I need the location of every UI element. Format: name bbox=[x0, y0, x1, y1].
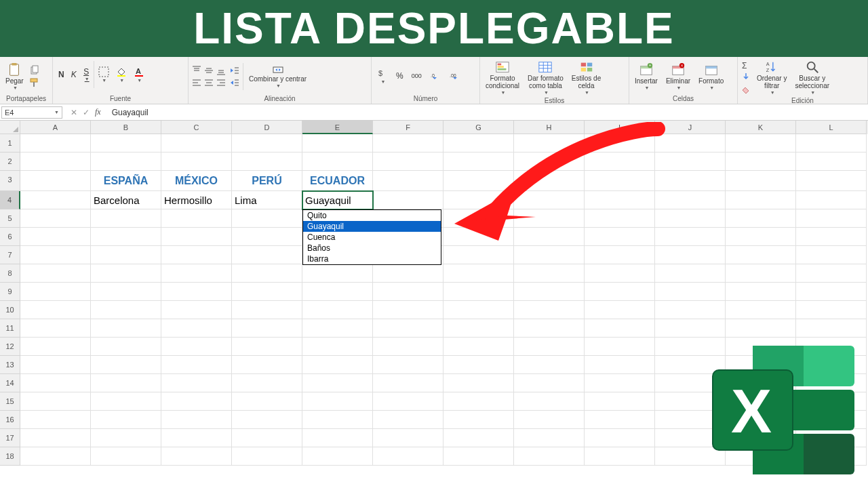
cell-I5[interactable] bbox=[585, 209, 655, 228]
row-header-15[interactable]: 15 bbox=[0, 392, 20, 411]
cell-H5[interactable] bbox=[514, 209, 585, 228]
cell-E14[interactable] bbox=[302, 374, 373, 392]
cell-G12[interactable] bbox=[443, 338, 514, 356]
column-header-I[interactable]: I bbox=[585, 121, 655, 134]
cell-J3[interactable] bbox=[655, 171, 726, 191]
cell-H12[interactable] bbox=[514, 338, 585, 356]
cell-F9[interactable] bbox=[373, 283, 443, 301]
dropdown-option[interactable]: Quito bbox=[303, 210, 441, 221]
cell-L13[interactable] bbox=[796, 356, 867, 374]
cell-B10[interactable] bbox=[91, 301, 161, 319]
dropdown-option[interactable]: Cuenca bbox=[303, 232, 441, 243]
sort-filter-button[interactable]: AZ Ordenar y filtrar▼ bbox=[754, 58, 789, 96]
cell-K5[interactable] bbox=[726, 209, 796, 228]
cell-G15[interactable] bbox=[443, 392, 514, 411]
name-box[interactable]: E4 ▼ bbox=[1, 106, 62, 119]
cell-J13[interactable] bbox=[655, 356, 726, 374]
row-header-10[interactable]: 10 bbox=[0, 301, 20, 319]
cell-D7[interactable] bbox=[232, 246, 302, 264]
cell-G13[interactable] bbox=[443, 356, 514, 374]
cell-L4[interactable] bbox=[796, 191, 867, 209]
cell-K7[interactable] bbox=[726, 246, 796, 264]
cell-J2[interactable] bbox=[655, 152, 726, 171]
cell-A4[interactable] bbox=[20, 191, 91, 209]
cell-D18[interactable] bbox=[232, 447, 302, 466]
cell-F18[interactable] bbox=[373, 447, 443, 466]
cell-A12[interactable] bbox=[20, 338, 91, 356]
cell-I11[interactable] bbox=[585, 319, 655, 338]
cell-I16[interactable] bbox=[585, 411, 655, 429]
row-header-18[interactable]: 18 bbox=[0, 447, 20, 466]
fx-icon[interactable]: fx bbox=[95, 107, 101, 117]
cell-D3[interactable]: PERÚ bbox=[232, 171, 302, 191]
cell-L10[interactable] bbox=[796, 301, 867, 319]
select-all-button[interactable] bbox=[0, 121, 20, 134]
cell-K3[interactable] bbox=[726, 171, 796, 191]
cell-E3[interactable]: ECUADOR bbox=[302, 171, 373, 191]
align-middle-icon[interactable] bbox=[203, 65, 214, 76]
cell-F10[interactable] bbox=[373, 301, 443, 319]
insert-button[interactable]: + Insertar▼ bbox=[632, 61, 660, 92]
format-button[interactable]: Formato▼ bbox=[696, 61, 726, 92]
cell-H15[interactable] bbox=[514, 392, 585, 411]
cell-D14[interactable] bbox=[232, 374, 302, 392]
cell-L14[interactable] bbox=[796, 374, 867, 392]
cell-L12[interactable] bbox=[796, 338, 867, 356]
cell-G8[interactable] bbox=[443, 264, 514, 283]
cell-B18[interactable] bbox=[91, 447, 161, 466]
cell-B13[interactable] bbox=[91, 356, 161, 374]
cell-K17[interactable] bbox=[726, 429, 796, 447]
cell-B4[interactable]: Barcelona bbox=[91, 191, 161, 209]
find-select-button[interactable]: Buscar y seleccionar▼ bbox=[792, 58, 832, 96]
cell-I4[interactable] bbox=[585, 191, 655, 209]
column-header-B[interactable]: B bbox=[91, 121, 161, 134]
bold-button[interactable]: N bbox=[56, 61, 67, 88]
cell-L15[interactable] bbox=[796, 392, 867, 411]
cell-L7[interactable] bbox=[796, 246, 867, 264]
cell-A15[interactable] bbox=[20, 392, 91, 411]
cell-G3[interactable] bbox=[443, 171, 514, 191]
cell-D8[interactable] bbox=[232, 264, 302, 283]
cell-E10[interactable] bbox=[302, 301, 373, 319]
cell-B6[interactable] bbox=[91, 228, 161, 246]
row-header-3[interactable]: 3 bbox=[0, 171, 20, 191]
cell-L5[interactable] bbox=[796, 209, 867, 228]
dropdown-list[interactable]: QuitoGuayaquilCuencaBañosIbarra bbox=[302, 209, 441, 265]
cell-D2[interactable] bbox=[232, 152, 302, 171]
align-left-icon[interactable] bbox=[191, 77, 202, 88]
cell-F15[interactable] bbox=[373, 392, 443, 411]
formula-input[interactable]: Guayaquil bbox=[108, 106, 868, 119]
cell-C17[interactable] bbox=[161, 429, 232, 447]
column-header-F[interactable]: F bbox=[373, 121, 443, 134]
cell-L8[interactable] bbox=[796, 264, 867, 283]
decrease-indent-icon[interactable] bbox=[229, 65, 240, 76]
cell-B14[interactable] bbox=[91, 374, 161, 392]
row-header-7[interactable]: 7 bbox=[0, 246, 20, 264]
cell-A9[interactable] bbox=[20, 283, 91, 301]
cell-E15[interactable] bbox=[302, 392, 373, 411]
format-as-table-button[interactable]: Dar formato como tabla▼ bbox=[525, 58, 566, 96]
cell-A13[interactable] bbox=[20, 356, 91, 374]
cell-B9[interactable] bbox=[91, 283, 161, 301]
cell-C8[interactable] bbox=[161, 264, 232, 283]
cell-K8[interactable] bbox=[726, 264, 796, 283]
cell-D15[interactable] bbox=[232, 392, 302, 411]
cell-E17[interactable] bbox=[302, 429, 373, 447]
cell-D16[interactable] bbox=[232, 411, 302, 429]
cell-C14[interactable] bbox=[161, 374, 232, 392]
cell-K10[interactable] bbox=[726, 301, 796, 319]
cell-F2[interactable] bbox=[373, 152, 443, 171]
cell-L6[interactable] bbox=[796, 228, 867, 246]
cell-I12[interactable] bbox=[585, 338, 655, 356]
row-header-4[interactable]: 4 bbox=[0, 191, 20, 209]
cell-A6[interactable] bbox=[20, 228, 91, 246]
cell-H9[interactable] bbox=[514, 283, 585, 301]
italic-button[interactable]: K bbox=[68, 61, 79, 88]
cell-I1[interactable] bbox=[585, 134, 655, 152]
cell-L3[interactable] bbox=[796, 171, 867, 191]
cell-G14[interactable] bbox=[443, 374, 514, 392]
cell-J9[interactable] bbox=[655, 283, 726, 301]
cell-I13[interactable] bbox=[585, 356, 655, 374]
align-bottom-icon[interactable] bbox=[216, 65, 226, 76]
cell-F13[interactable] bbox=[373, 356, 443, 374]
